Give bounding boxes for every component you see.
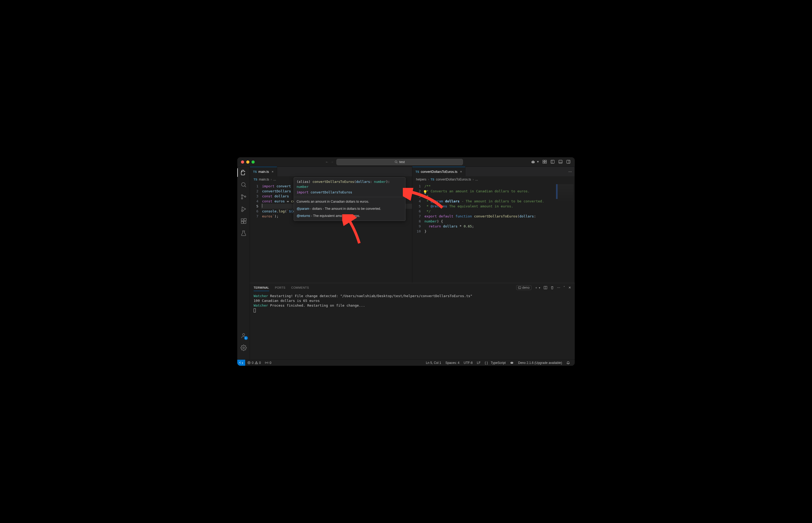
tab-label: convertDollarsToEuros.ts xyxy=(421,170,457,174)
close-tab-icon[interactable]: × xyxy=(271,170,273,174)
nav-forward-icon[interactable]: → xyxy=(331,160,334,164)
svg-rect-25 xyxy=(244,221,246,223)
crumb-more: ... xyxy=(273,178,276,181)
kill-terminal-icon[interactable] xyxy=(550,286,554,289)
svg-rect-14 xyxy=(567,160,570,163)
svg-point-16 xyxy=(242,183,245,186)
code-content-right[interactable]: 💡 /** * Converts an amount in Canadian d… xyxy=(423,183,556,283)
tab-convert-ts[interactable]: TS convertDollarsToEuros.ts × xyxy=(412,167,465,176)
extensions-icon[interactable] xyxy=(241,218,247,224)
code-line[interactable]: * xyxy=(423,194,556,199)
code-line[interactable]: number) { xyxy=(423,219,556,224)
terminal-profile-label[interactable]: deno xyxy=(516,285,531,290)
crumb-file: convertDollarsToEuros.ts xyxy=(436,178,471,181)
nav-back-icon[interactable]: ← xyxy=(325,160,329,164)
accounts-icon[interactable]: 1 xyxy=(241,332,247,339)
minimize-window-button[interactable] xyxy=(246,160,249,164)
code-line[interactable]: * @returns The equivalent amount in euro… xyxy=(423,204,556,209)
source-control-icon[interactable] xyxy=(241,194,247,200)
tab-main-ts[interactable]: TS main.ts × xyxy=(250,167,277,176)
svg-point-38 xyxy=(256,363,257,364)
svg-rect-30 xyxy=(518,287,521,289)
code-line[interactable]: * Converts an amount in Canadian dollars… xyxy=(423,189,556,194)
ts-file-icon: TS xyxy=(253,170,257,173)
code-line[interactable]: } xyxy=(423,229,556,234)
lightbulb-icon[interactable]: 💡 xyxy=(423,190,427,195)
encoding-status[interactable]: UTF-8 xyxy=(461,361,475,365)
svg-point-22 xyxy=(242,210,243,212)
line-gutter: 1 2 3 4 5 6 7 xyxy=(250,183,261,283)
deno-version-status[interactable]: Deno 2.1.6 (Upgrade available) xyxy=(516,361,564,365)
eol-status[interactable]: LF xyxy=(475,361,483,365)
chevron-down-icon[interactable]: ▾ xyxy=(537,160,539,164)
chevron-right-icon: › xyxy=(271,178,272,181)
svg-point-3 xyxy=(532,162,533,162)
code-line[interactable]: * @param dollars - The amount in dollars… xyxy=(423,199,556,204)
ports-status[interactable]: 0 xyxy=(263,361,273,365)
status-bar: 0 0 0 Ln 5, Col 1 Spaces: 4 UTF-8 LF { }… xyxy=(237,359,575,366)
copilot-status-icon[interactable] xyxy=(508,361,516,365)
toggle-secondary-sidebar-icon[interactable] xyxy=(566,160,570,164)
svg-point-19 xyxy=(241,198,243,199)
close-panel-icon[interactable]: ✕ xyxy=(568,286,571,289)
svg-point-29 xyxy=(243,347,244,348)
panel-tabs: TERMINAL PORTS COMMENTS deno ＋ ▾ xyxy=(250,283,575,292)
svg-line-17 xyxy=(245,186,246,187)
code-line[interactable]: return dollars * 0.65; xyxy=(423,224,556,229)
indentation-status[interactable]: Spaces: 4 xyxy=(443,361,461,365)
toggle-sidebar-icon[interactable] xyxy=(550,160,555,164)
svg-rect-8 xyxy=(543,162,544,163)
titlebar: ← → test ▾ xyxy=(237,157,575,167)
svg-rect-5 xyxy=(533,160,533,161)
explorer-icon[interactable] xyxy=(241,169,247,176)
minimap[interactable] xyxy=(556,183,574,283)
close-window-button[interactable] xyxy=(241,160,244,164)
copilot-icon[interactable] xyxy=(531,160,535,164)
search-text: test xyxy=(399,160,405,164)
crumb-file: main.ts xyxy=(259,178,269,181)
svg-rect-10 xyxy=(551,160,554,163)
cursor-position[interactable]: Ln 5, Col 1 xyxy=(424,361,443,365)
activity-bar: 1 xyxy=(237,167,250,359)
ts-file-icon: TS xyxy=(431,178,434,181)
error-icon xyxy=(247,361,251,364)
chevron-right-icon: › xyxy=(428,178,429,181)
close-tab-icon[interactable]: × xyxy=(460,170,462,174)
terminal-output[interactable]: Watcher Restarting! File change detected… xyxy=(250,292,575,359)
svg-point-20 xyxy=(244,196,246,197)
hover-doc: Converts an amount in Canadian dollars t… xyxy=(294,197,405,221)
split-terminal-icon[interactable] xyxy=(544,286,547,289)
editor-right[interactable]: 1 2 3 4 5 6 7 8 9 10 💡 xyxy=(412,183,574,283)
more-icon[interactable]: ⋯ xyxy=(557,286,560,289)
svg-point-39 xyxy=(266,363,267,363)
svg-rect-6 xyxy=(543,160,544,162)
settings-gear-icon[interactable] xyxy=(241,345,247,351)
search-activity-icon[interactable] xyxy=(241,182,247,188)
maximize-window-button[interactable] xyxy=(251,160,255,164)
svg-point-41 xyxy=(511,363,512,363)
command-center-search[interactable]: test xyxy=(336,159,463,165)
problems-status[interactable]: 0 0 xyxy=(245,361,263,365)
toggle-panel-icon[interactable] xyxy=(559,160,563,164)
remote-indicator[interactable] xyxy=(237,360,245,366)
testing-icon[interactable] xyxy=(241,230,247,236)
chevron-up-icon[interactable]: ˄ xyxy=(563,286,565,289)
panel-tab-terminal[interactable]: TERMINAL xyxy=(253,286,269,291)
braces-icon: { } xyxy=(485,361,488,365)
new-terminal-icon[interactable]: ＋ xyxy=(535,286,538,290)
code-line[interactable]: */ xyxy=(423,209,556,214)
run-debug-icon[interactable] xyxy=(241,206,247,212)
layout-customize-icon[interactable] xyxy=(543,160,547,164)
panel-tab-comments[interactable]: COMMENTS xyxy=(291,286,309,289)
editor-group-right: TS convertDollarsToEuros.ts × ⋯ helpers … xyxy=(412,167,575,283)
svg-rect-2 xyxy=(531,161,535,163)
code-line[interactable]: /** xyxy=(423,184,556,189)
panel-tab-ports[interactable]: PORTS xyxy=(275,286,285,289)
chevron-down-icon[interactable]: ▾ xyxy=(539,286,540,289)
breadcrumb-right[interactable]: helpers › TS convertDollarsToEuros.ts › … xyxy=(412,176,574,183)
notifications-icon[interactable] xyxy=(564,361,572,365)
language-mode[interactable]: { } TypeScript xyxy=(483,361,508,365)
code-line[interactable]: export default function convertDollarsTo… xyxy=(423,214,556,219)
more-actions-icon[interactable]: ⋯ xyxy=(568,170,572,174)
tabbar-left: TS main.ts × xyxy=(250,167,412,176)
